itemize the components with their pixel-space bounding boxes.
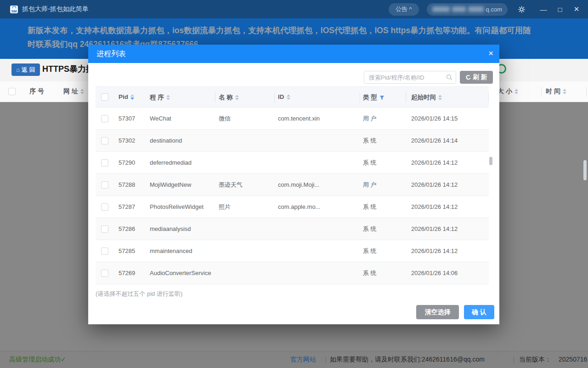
cell-type: 系 统 [363,130,400,152]
row-checkbox[interactable] [101,115,108,122]
sort-carets-icon[interactable] [287,94,290,100]
cell-pid: 57285 [119,240,148,262]
cell-pid: 57302 [119,130,148,152]
sort-carets-icon[interactable] [563,89,566,94]
select-all-processes-checkbox[interactable] [101,93,108,101]
column-divider [274,92,275,103]
table-scrollbar-thumb[interactable] [489,157,492,165]
sort-carets-icon[interactable] [166,95,170,100]
main-scrollbar-thumb[interactable] [583,160,587,180]
column-id[interactable]: ID [278,93,290,100]
redacted-block [452,6,466,12]
column-divider [215,92,215,103]
cell-time: 2026/01/26 14:14 [411,130,485,152]
search-icon [446,74,452,80]
column-time[interactable]: 时 间 [546,87,566,96]
cell-id [278,262,338,284]
back-button[interactable]: ⌂ 返 回 [11,63,40,76]
cell-type: 系 统 [363,218,400,240]
cell-id: com.tencent.xin [278,108,338,130]
cell-pid: 57290 [119,152,148,174]
row-checkbox[interactable] [101,225,108,233]
table-row[interactable]: 57302 destinationd 系 统 2026/01/26 14:14 [96,130,489,152]
settings-gear-icon[interactable] [518,6,526,13]
app-title: 抓包大师-抓包如此简单 [22,5,89,13]
sort-carets-icon[interactable] [130,94,134,100]
column-url[interactable]: 网 址 [63,87,84,96]
filter-funnel-icon[interactable] [379,95,384,100]
account-domain: q.com [486,6,502,13]
column-divider [360,92,360,103]
redacted-block [432,6,450,12]
cell-id [278,130,338,152]
row-checkbox[interactable] [101,137,108,144]
table-row[interactable]: 57285 mmaintenanced 系 统 2026/01/26 14:12 [96,240,489,262]
table-row[interactable]: 57307 WeChat 微信 com.tencent.xin 用 户 2026… [96,108,489,130]
row-checkbox[interactable] [101,181,108,189]
refresh-icon: C [465,73,471,81]
column-pid[interactable]: Pid [119,93,134,100]
table-row[interactable]: 57287 PhotosReliveWidget 照片 com.apple.mo… [96,196,489,218]
cell-time: 2026/01/26 14:06 [411,262,485,284]
column-name[interactable]: 名 称 [219,93,239,102]
table-row[interactable]: 57288 MojiWidgetNew 墨迹天气 com.moji.Moji..… [96,174,489,196]
account-pill[interactable]: q.com [427,3,508,16]
cell-name: 微信 [219,108,276,130]
cell-id [278,152,338,174]
column-type[interactable]: 类 型 [363,93,384,102]
select-all-checkbox[interactable] [8,88,16,95]
column-divider [488,92,489,103]
sort-carets-icon[interactable] [235,95,239,100]
sort-carets-icon[interactable] [80,89,84,94]
process-table-header: Pid 程 序 名 称 ID 类 型 起始时间 [96,86,489,108]
column-size[interactable]: 大 小 [498,87,518,96]
row-checkbox[interactable] [101,270,108,277]
sort-carets-icon[interactable] [438,95,442,100]
dialog-title: 进程列表 [96,50,126,58]
cell-name [219,240,276,262]
dialog-close-icon[interactable]: × [488,45,493,63]
cell-pid: 57286 [119,218,148,240]
cell-type: 系 统 [363,196,400,218]
cell-program: PhotosReliveWidget [150,196,216,218]
maximize-button[interactable]: □ [554,6,566,13]
redacted-block [468,6,484,12]
row-checkbox[interactable] [101,247,108,255]
column-start-time[interactable]: 起始时间 [411,93,442,102]
minimize-button[interactable]: — [537,6,549,13]
close-window-button[interactable]: ✕ [571,5,582,13]
process-search-input[interactable] [364,71,456,84]
cell-time: 2026/01/26 14:15 [411,108,485,130]
cell-type: 系 统 [363,152,400,174]
cell-type: 系 统 [363,262,400,284]
cell-name: 照片 [219,196,276,218]
clear-selection-button[interactable]: 清空选择 [416,305,459,319]
cell-time: 2026/01/26 14:12 [411,218,485,240]
cell-time: 2026/01/26 14:12 [411,152,485,174]
cell-id [278,218,338,240]
app-logo-icon: SM [10,6,18,13]
announcement-button[interactable]: 公告 ^ [389,3,419,16]
sort-carets-icon[interactable] [514,89,518,94]
refresh-button[interactable]: C 刷 新 [460,71,493,84]
table-row[interactable]: 57290 deferredmediad 系 统 2026/01/26 14:1… [96,152,489,174]
cell-name [219,130,276,152]
row-checkbox[interactable] [101,203,108,211]
dialog-header: 进程列表 × [88,45,499,63]
refresh-label: 刷 新 [473,73,487,81]
table-row[interactable]: 57269 AudioConverterService 系 统 2026/01/… [96,262,489,284]
confirm-button[interactable]: 确 认 [464,305,494,319]
page-title: HTTPS暴力抓 [42,63,94,75]
cell-pid: 57287 [119,196,148,218]
cell-program: WeChat [150,108,216,130]
column-program[interactable]: 程 序 [150,93,170,102]
announcement-label: 公告 ^ [396,5,412,13]
row-checkbox[interactable] [101,159,108,167]
cell-name [219,152,276,174]
cell-program: mediaanalysisd [150,218,216,240]
selection-limit-note: (请选择不超过五个 pid 进行监听) [96,290,182,298]
table-row[interactable]: 57286 mediaanalysisd 系 统 2026/01/26 14:1… [96,218,489,240]
column-divider [406,92,406,103]
back-label: 返 回 [22,66,35,74]
cell-time: 2026/01/26 14:12 [411,174,485,196]
